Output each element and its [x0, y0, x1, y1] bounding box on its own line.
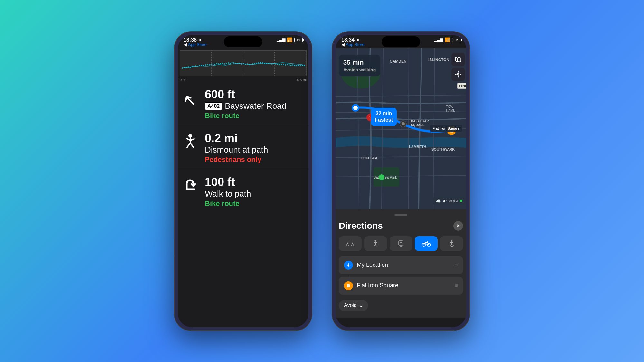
aqi-label: AQI 3 — [449, 199, 458, 203]
location-arrow-icon-2: ➤ — [356, 38, 360, 42]
nav-street-2: Dismount at path — [205, 144, 268, 155]
aqi-dot — [460, 200, 462, 202]
svg-point-45 — [268, 63, 269, 64]
svg-point-64 — [304, 65, 305, 66]
tab-accessibility[interactable] — [440, 236, 463, 251]
svg-point-9 — [199, 65, 200, 66]
tab-bike[interactable] — [415, 236, 438, 251]
svg-point-14 — [209, 64, 210, 66]
svg-point-7 — [195, 65, 196, 67]
svg-point-56 — [289, 64, 290, 66]
street-name-3: Walk to path — [205, 189, 251, 200]
svg-point-51 — [279, 64, 280, 65]
fastest-label: Fastest — [375, 117, 393, 124]
tab-car[interactable] — [339, 236, 362, 251]
svg-text:Flat Iron Square: Flat Iron Square — [432, 126, 459, 130]
svg-point-57 — [290, 65, 292, 66]
weather-badge: ☁️ 4° AQI 3 — [432, 197, 466, 205]
svg-rect-119 — [401, 242, 402, 243]
svg-point-6 — [193, 66, 194, 67]
map-controls — [451, 53, 465, 81]
fastest-time: 32 min — [375, 110, 393, 117]
svg-rect-115 — [399, 241, 403, 245]
svg-point-49 — [275, 63, 276, 65]
drag-handle-from[interactable]: ≡ — [455, 262, 458, 268]
time-display-2: 18:34 — [341, 37, 355, 43]
nav-distance-1: 600 ft — [205, 88, 286, 101]
svg-point-42 — [262, 62, 263, 64]
svg-text:ISLINGTON: ISLINGTON — [428, 58, 449, 62]
svg-point-29 — [237, 63, 238, 64]
panel-handle[interactable] — [394, 214, 407, 216]
drag-handle-to[interactable]: ≡ — [455, 283, 458, 289]
signal-icon: ▂▄▆ — [277, 37, 285, 42]
fastest-badge[interactable]: 32 min Fastest — [371, 108, 397, 126]
nav-type-1: Bike route — [205, 112, 286, 120]
svg-point-36 — [251, 64, 252, 65]
location-button[interactable] — [451, 68, 465, 81]
svg-point-47 — [271, 63, 273, 65]
directions-panel: Directions ✕ — [332, 209, 469, 318]
location-divider — [339, 275, 463, 277]
phone-navigation: 18:38 ➤ ▂▄▆ 📶 81 ◀ App Store — [174, 31, 312, 331]
from-location-row[interactable]: My Location ≡ — [339, 256, 463, 274]
avoid-button[interactable]: Avoid ⌄ — [339, 300, 368, 311]
svg-point-18 — [216, 63, 217, 64]
to-location-row[interactable]: Flat Iron Square ≡ — [339, 277, 463, 295]
map-view-button[interactable] — [451, 53, 465, 66]
from-location-name: My Location — [357, 262, 451, 268]
svg-point-17 — [214, 64, 215, 65]
weather-temp: 4° — [443, 199, 447, 203]
svg-point-3 — [188, 66, 189, 68]
svg-point-37 — [252, 63, 254, 65]
svg-point-24 — [228, 62, 229, 64]
svg-point-41 — [260, 62, 261, 63]
svg-point-52 — [281, 64, 282, 65]
svg-point-122 — [427, 241, 428, 243]
nav-street-1: A402 Bayswater Road — [205, 101, 286, 112]
svg-point-48 — [273, 63, 275, 64]
svg-point-112 — [348, 245, 349, 246]
svg-point-103 — [353, 106, 358, 110]
weather-icon: ☁️ — [436, 199, 441, 203]
tab-transit[interactable] — [390, 236, 412, 251]
chart-end: 5.3 mi — [297, 78, 307, 82]
svg-point-31 — [241, 63, 242, 65]
signal-icon-2: ▂▄▆ — [434, 37, 443, 42]
svg-point-114 — [375, 240, 376, 241]
street-name-2: Dismount at path — [205, 144, 268, 155]
route-time: 35 min — [343, 58, 376, 67]
nav-street-3: Walk to path — [205, 189, 251, 200]
svg-text:TRAFALGAR: TRAFALGAR — [409, 119, 429, 123]
svg-point-43 — [264, 63, 265, 64]
close-button[interactable]: ✕ — [453, 221, 463, 231]
svg-point-46 — [270, 63, 271, 64]
my-location-icon — [344, 261, 353, 270]
svg-text:A120: A120 — [458, 84, 466, 88]
svg-point-0 — [182, 67, 183, 69]
svg-point-60 — [296, 65, 297, 66]
svg-point-1 — [184, 67, 185, 68]
nav-distance-3: 100 ft — [205, 176, 251, 189]
svg-point-21 — [222, 63, 223, 64]
map-area[interactable]: Primrose Hill CAMDEN ISLINGTON TOW HAML … — [332, 48, 469, 209]
avoid-label: Avoid — [344, 302, 357, 308]
svg-text:CAMDEN: CAMDEN — [390, 59, 407, 64]
svg-point-124 — [347, 264, 349, 266]
tab-walk[interactable] — [364, 236, 387, 251]
chart-start: 0 mi — [180, 78, 186, 82]
svg-point-54 — [285, 64, 286, 66]
svg-point-50 — [277, 64, 278, 65]
svg-point-19 — [218, 63, 219, 65]
svg-point-58 — [292, 64, 294, 66]
svg-point-25 — [230, 63, 231, 64]
nav-type-3: Bike route — [205, 200, 251, 208]
svg-point-113 — [351, 245, 352, 246]
svg-rect-126 — [348, 285, 348, 286]
turn-icon-1 — [182, 91, 198, 110]
svg-point-11 — [203, 65, 204, 66]
dynamic-island — [224, 36, 262, 47]
nav-item-1: 600 ft A402 Bayswater Road Bike route — [175, 82, 312, 126]
svg-point-10 — [201, 65, 202, 66]
nav-item-2: 0.2 mi Dismount at path Pedestrians only — [175, 126, 312, 170]
